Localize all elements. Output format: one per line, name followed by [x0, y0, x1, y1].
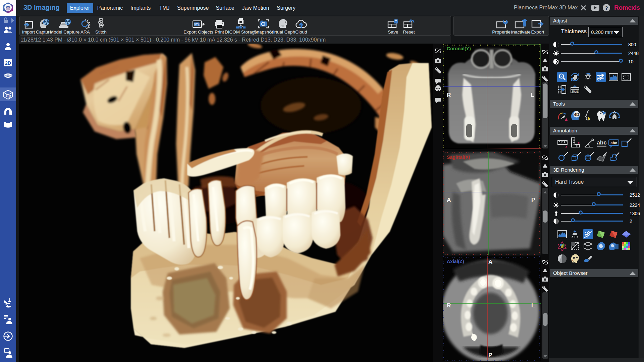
svg-text:2D: 2D — [5, 60, 11, 66]
svg-text:Sagittal(X): Sagittal(X) — [447, 155, 470, 160]
svg-text:STL: STL — [194, 23, 200, 26]
svg-text:3: 3 — [6, 94, 8, 98]
svg-text:P: P — [488, 352, 492, 358]
svg-text:±: ± — [560, 75, 562, 78]
svg-text:D: D — [9, 95, 11, 98]
svg-text:abc: abc — [611, 141, 617, 145]
svg-text:L: L — [531, 92, 534, 98]
svg-text:R: R — [447, 92, 451, 98]
svg-text:L: L — [531, 302, 535, 309]
svg-text:R: R — [447, 302, 451, 309]
svg-text:4D: 4D — [574, 112, 579, 117]
svg-text:Coronal(Y): Coronal(Y) — [447, 46, 471, 51]
svg-text:Axial(Z): Axial(Z) — [447, 259, 464, 264]
svg-text:A: A — [447, 197, 451, 203]
svg-text:abc: abc — [597, 139, 606, 146]
svg-text:?: ? — [605, 5, 608, 11]
svg-text:PAN: PAN — [572, 90, 578, 93]
svg-text:A: A — [488, 259, 492, 265]
svg-text:P: P — [531, 197, 535, 203]
